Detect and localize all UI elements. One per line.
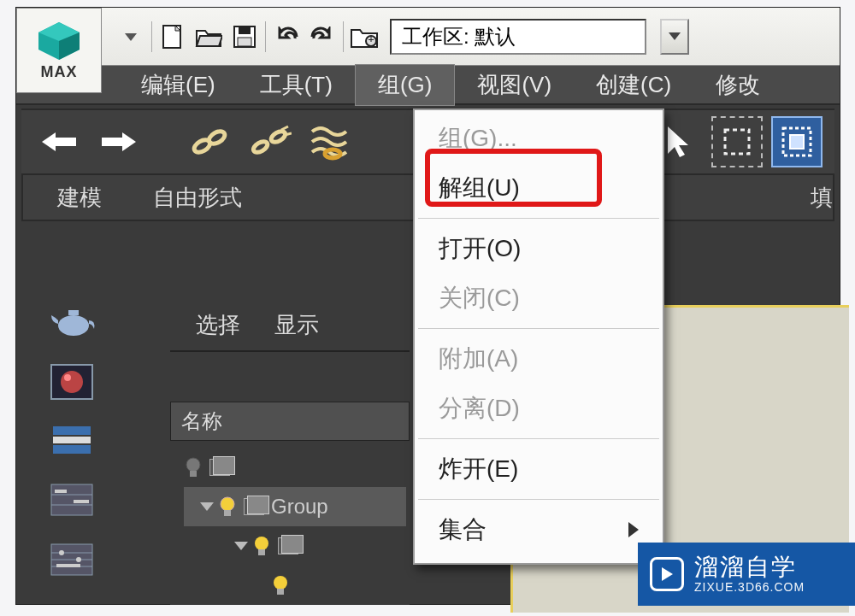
quick-access-toolbar: 工作区: 默认: [102, 8, 840, 66]
new-file-icon[interactable]: [157, 21, 188, 52]
material-editor-icon[interactable]: [50, 363, 97, 401]
menu-item-open[interactable]: 打开(O): [415, 224, 663, 273]
tree-row-root[interactable]: [184, 448, 406, 487]
max-logo-icon: [37, 21, 81, 62]
separator: [265, 21, 266, 52]
ribbon-tab-modeling[interactable]: 建模: [57, 183, 102, 213]
svg-rect-51: [277, 589, 284, 595]
ribbon-tab-freeform[interactable]: 自由形式: [153, 183, 242, 213]
lightbulb-on-icon[interactable]: [252, 535, 271, 557]
expand-icon[interactable]: [234, 542, 248, 550]
workspace-dropdown-button[interactable]: [660, 19, 689, 55]
layer-icon: [244, 498, 264, 515]
svg-rect-23: [790, 135, 804, 149]
undo-icon[interactable]: [271, 21, 302, 52]
svg-point-28: [64, 374, 71, 381]
svg-rect-21: [725, 130, 749, 154]
svg-rect-43: [56, 564, 80, 567]
menu-separator: [418, 218, 659, 219]
menu-item-close: 关闭(C): [415, 273, 663, 323]
column-header-name[interactable]: 名称: [170, 402, 410, 441]
svg-rect-29: [53, 426, 91, 435]
ribbon-tab-populate[interactable]: 填: [811, 183, 833, 213]
menu-separator: [418, 328, 659, 329]
menu-item-assembly[interactable]: 集合: [415, 505, 663, 554]
svg-marker-12: [669, 32, 681, 40]
scene-explorer: 选择 显示 名称 Group: [170, 300, 410, 605]
lightbulb-off-icon[interactable]: [184, 456, 203, 478]
menu-item-attach: 附加(A): [415, 334, 663, 384]
svg-point-24: [58, 315, 89, 336]
link-icon[interactable]: [184, 116, 235, 167]
svg-point-14: [207, 129, 227, 146]
tree-row-child[interactable]: [184, 526, 406, 566]
svg-marker-3: [125, 33, 137, 41]
lightbulb-on-icon[interactable]: [271, 574, 290, 596]
svg-point-16: [269, 129, 287, 144]
scene-tab-select[interactable]: 选择: [196, 310, 240, 340]
redo-arrow-icon[interactable]: [93, 116, 144, 167]
tree-row-child[interactable]: [184, 566, 406, 605]
dropdown-chevron-icon[interactable]: [115, 21, 146, 52]
svg-rect-36: [74, 500, 89, 503]
teapot-icon[interactable]: [50, 303, 97, 341]
layer-manager-icon[interactable]: [50, 423, 97, 461]
app-logo-text: MAX: [41, 63, 78, 81]
separator: [343, 21, 344, 52]
scene-tree: Group: [170, 441, 410, 605]
menu-item-ungroup[interactable]: 解组(U): [415, 163, 663, 213]
svg-rect-35: [55, 490, 67, 493]
svg-rect-30: [53, 437, 91, 443]
menu-tools[interactable]: 工具(T): [238, 65, 355, 105]
watermark-url: ZIXUE.3D66.COM: [694, 581, 805, 594]
left-panel: [27, 303, 121, 580]
redo-icon[interactable]: [307, 21, 338, 52]
menu-group[interactable]: 组(G): [355, 64, 456, 106]
svg-rect-49: [258, 549, 265, 555]
scene-tab-display[interactable]: 显示: [274, 310, 319, 340]
svg-point-27: [61, 371, 83, 393]
lightbulb-on-icon[interactable]: [218, 496, 237, 518]
track-view-icon[interactable]: [50, 543, 97, 580]
svg-point-46: [221, 497, 234, 511]
menu-separator: [418, 499, 659, 500]
menu-separator: [418, 438, 659, 439]
svg-line-17: [281, 126, 288, 130]
menu-item-explode[interactable]: 炸开(E): [415, 444, 663, 494]
title-bar: MAX: [16, 8, 840, 66]
menu-create[interactable]: 创建(C): [574, 65, 693, 105]
svg-rect-7: [239, 27, 251, 34]
app-logo[interactable]: MAX: [16, 8, 102, 93]
group-dropdown-menu: 组(G)... 解组(U) 打开(O) 关闭(C) 附加(A) 分离(D) 炸开…: [413, 109, 664, 565]
submenu-arrow-icon: [628, 522, 639, 537]
menu-item-group: 组(G)...: [415, 114, 663, 163]
svg-marker-52: [662, 567, 673, 581]
workspace-label: 工作区: 默认: [402, 23, 516, 50]
menu-edit[interactable]: 编辑(E): [119, 65, 238, 105]
svg-rect-45: [190, 471, 197, 477]
play-icon: [650, 557, 684, 591]
undo-arrow-icon[interactable]: [33, 116, 85, 167]
watermark-title: 溜溜自学: [694, 554, 805, 581]
expand-icon[interactable]: [200, 502, 214, 511]
svg-rect-25: [68, 310, 79, 315]
svg-rect-11: [371, 37, 372, 42]
workspace-selector[interactable]: 工作区: 默认: [390, 19, 646, 55]
tree-node-label: Group: [271, 495, 328, 519]
layer-icon: [278, 537, 298, 554]
menu-views[interactable]: 视图(V): [455, 65, 574, 105]
bind-icon[interactable]: [304, 116, 355, 167]
menu-item-label: 集合: [439, 513, 486, 546]
svg-point-42: [76, 557, 81, 562]
svg-point-15: [251, 139, 269, 155]
svg-point-48: [255, 537, 268, 550]
selection-window-icon[interactable]: [771, 116, 823, 167]
tree-row-group[interactable]: Group: [184, 487, 406, 526]
unlink-icon[interactable]: [244, 116, 295, 167]
open-file-icon[interactable]: [193, 21, 224, 52]
selection-region-icon[interactable]: [711, 116, 763, 167]
curve-editor-icon[interactable]: [50, 483, 97, 520]
project-icon[interactable]: [349, 21, 380, 52]
save-icon[interactable]: [229, 21, 260, 52]
menu-modify[interactable]: 修改: [693, 65, 782, 105]
